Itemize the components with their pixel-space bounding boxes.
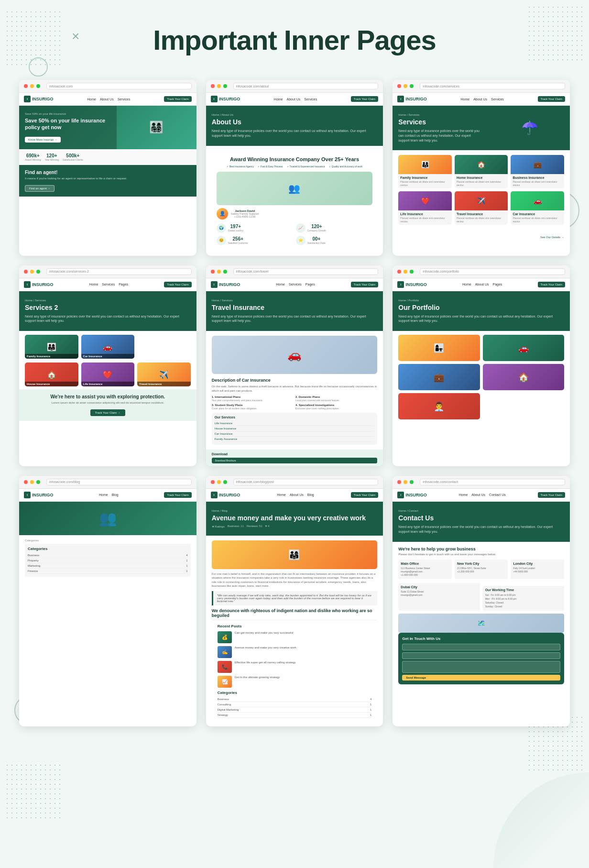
portfolio-hero-subtitle: Need any type of insurance policies over… [398, 314, 564, 324]
portfolio-breadcrumb: Home / Portfolio [398, 299, 564, 302]
services2-grid: 👨‍👩‍👧 Family Insurance 🚗 Car Insurance [19, 331, 196, 363]
browser-dot-red [24, 84, 28, 88]
blog-sidebar-cat-business: Business4 [218, 697, 372, 702]
s2-img-house: 🏠 House Insurance [25, 363, 78, 386]
services-hero-subtitle: Need any type of insurance policies over… [398, 129, 481, 143]
services-hero-image: ☂️ [490, 106, 570, 150]
see-all-link[interactable]: See Our Details → [540, 236, 564, 239]
office-ny-phone: +1-200-000-000 [457, 570, 506, 573]
stat-number-1: 690k+ [25, 153, 41, 158]
about-stat-growth: 📈 120+ Company Growth [296, 223, 372, 233]
home-hero-btn[interactable]: Know More Insurigo → [25, 137, 61, 143]
nav-track-btn-blog-main[interactable]: Track Your Claim [351, 492, 378, 498]
nav-track-btn-services[interactable]: Track Your Claim [538, 96, 565, 102]
working-hours-2: Mon - Fri: 9:00 am to 6:00 pm [485, 597, 562, 601]
office-london-title: London City [513, 562, 562, 565]
site-nav-services: I INSURIGO Home About Us Services Track … [393, 93, 570, 106]
assist-btn[interactable]: Track Your Claim → [90, 409, 125, 416]
office-london-address: Fully 24 Suit London [513, 567, 562, 570]
blog-section-title: We denounce with righteous of indigent n… [212, 608, 378, 618]
about-hero-subtitle: Need any type of insurance policies over… [212, 129, 378, 138]
portfolio-img-5: 👨‍💼 [398, 393, 480, 419]
blog-sidebar-cat-digital: Digital Marketing1 [218, 707, 372, 713]
s2-card-travel: ✈️ Travel Insurance [137, 363, 191, 386]
about-profile-phone: +123-4000-1236 [231, 215, 259, 218]
travel-main-image: 🚗 [212, 336, 378, 374]
office-ny-title: New York City [457, 562, 506, 565]
sidebar-link-family[interactable]: Family Assurance [215, 437, 375, 442]
blog-cat-property: Property1 [28, 558, 188, 563]
contact-email-input[interactable] [402, 652, 560, 659]
nav-track-btn-services2[interactable]: Track Your Claim [164, 282, 191, 287]
travel-sidebar: Our Services Life Insurance House Insura… [212, 413, 378, 445]
contact-message-textarea[interactable] [402, 661, 560, 673]
stat-item-1: 690k+ Award Winning [25, 153, 41, 161]
home-hero-tag: Save 50% on your life insurance [25, 112, 116, 115]
blog-main-card: infosacode.com/blog/post I INSURIGO Home… [206, 476, 383, 726]
browser-bar-services2: infosacode.com/services-2 [19, 265, 196, 278]
stat-label-1: Award Winning [25, 158, 41, 161]
contact-fullname-input[interactable] [402, 644, 560, 650]
blog-main-hero-img: 👨‍👩‍👧 [212, 540, 378, 569]
sidebar-link-life[interactable]: Life Insurance [215, 421, 375, 426]
browser-bar-blog-main: infosacode.com/blog/post [206, 476, 383, 489]
nav-logo-travel: I INSURIGO [211, 281, 240, 288]
about-award-section: Award Winning Insurance Company Over 25+… [212, 152, 378, 250]
service-img-business: 💼 [511, 155, 564, 174]
portfolio-img-3: 💼 [398, 364, 480, 390]
site-nav-services2: I INSURIGO Home Services Pages Track You… [19, 278, 196, 291]
contact-help-text: Please don't hesitate to get in touch wi… [398, 553, 564, 556]
services-hero: Home / Services Services Need any type o… [393, 106, 570, 150]
about-us-card: infosacode.com/about I INSURIGO Home Abo… [206, 80, 383, 256]
nav-track-btn-home[interactable]: Track Your Claim [164, 96, 191, 102]
recent-post-2: ✍️ Avenue money and make you very creati… [218, 646, 372, 658]
nav-track-btn-travel[interactable]: Track Your Claim [351, 282, 378, 287]
nav-track-btn-portfolio[interactable]: Track Your Claim [538, 282, 565, 287]
blog-left-categories: Categories Business4 Property1 Marketing… [25, 544, 191, 577]
services-hero-title: Services [398, 118, 481, 126]
recent-post-3: 📞 Effective life super get all money cal… [218, 661, 372, 673]
site-nav-portfolio: I INSURIGO Home About Us Pages Track You… [393, 278, 570, 291]
nav-track-btn-contact[interactable]: Track Your Claim [538, 492, 565, 498]
s2-img-car: 🚗 Car Insurance [81, 335, 135, 359]
page-header: Important Inner Pages [0, 0, 589, 75]
travel-insurance-card: infosacode.com/travel I INSURIGO Home Se… [206, 265, 383, 466]
working-time-section: Our Working Time Sat - Fri: 9:00 am to 6… [483, 586, 564, 611]
service-card-home: 🏠 Home Insurance Placeat veritbaar ab di… [455, 155, 508, 188]
nav-links-home: Home About Us Services [87, 98, 130, 101]
site-nav-blog-left: I INSURIGO Home Blog Track Your Claim [19, 489, 196, 502]
blog-left-content: Categories Categories Business4 Property… [19, 535, 196, 583]
about-profile-role: Safety Family Support [231, 212, 259, 215]
blog-left-card: infosacode.com/blog I INSURIGO Home Blog… [19, 476, 196, 726]
blog-quote: "We can easily manage if we will only ta… [212, 591, 378, 605]
services-items-grid: 👨‍👩‍👧 Family Insurance Placeat veritbaar… [393, 150, 570, 230]
nav-track-btn-blog-left[interactable]: Track Your Claim [164, 492, 191, 498]
assist-text: Lorem ipsum dolor sit amet consectetur a… [25, 401, 191, 404]
blog-hero-title: Avenue money and make you very creative … [212, 514, 378, 522]
s2-card-house: 🏠 House Insurance [25, 363, 78, 386]
plan-specialized: 4. Specialized Investigations Exclusive … [295, 404, 377, 410]
download-btn[interactable]: Download Brochure [212, 458, 378, 463]
contact-hero-subtitle: Need any type of insurance policies over… [398, 525, 564, 534]
s2-img-life2: ❤️ Life Insurance [81, 363, 135, 386]
working-hours-sunday: Sunday: Closed [485, 604, 562, 608]
about-stat-rate: ⭐ 00+ Satisfaction Rate [296, 236, 372, 245]
bottom-decoration [493, 772, 589, 868]
find-agent-btn[interactable]: Find an agent → [25, 185, 55, 192]
home-hero-image: 👨‍👩‍👧‍👦 [117, 106, 196, 149]
home-stats-row: 690k+ Award Winning 120+ Year Winning 50… [19, 149, 196, 165]
nav-logo-home: I INSURIGO [24, 96, 54, 102]
portfolio-items-grid: 👩‍👧 🚗 💼 🏠 👨‍💼 [393, 331, 570, 423]
services2-breadcrumb: Home / Services [25, 299, 191, 302]
sidebar-link-car[interactable]: Car Insurance [215, 431, 375, 437]
stat-item-3: 500k+ Satisfaction Clients [63, 153, 83, 161]
nav-track-btn-about[interactable]: Track Your Claim [351, 96, 378, 102]
about-content: Award Winning Insurance Company Over 25+… [206, 146, 383, 256]
satisfied-icon: 😊 [217, 236, 226, 245]
contact-submit-btn[interactable]: Send Message [402, 675, 560, 681]
s2-card-life: ❤️ Life Insurance [81, 363, 135, 386]
blog-hero: Home / Blog Avenue money and make you ve… [206, 502, 383, 536]
recent-post-4: 📈 Get to the ultimate growing strategy [218, 676, 372, 688]
blog-sidebar: Recent Posts 💰 Can get money and make yo… [212, 620, 378, 722]
sidebar-link-house[interactable]: House Insurance [215, 426, 375, 431]
